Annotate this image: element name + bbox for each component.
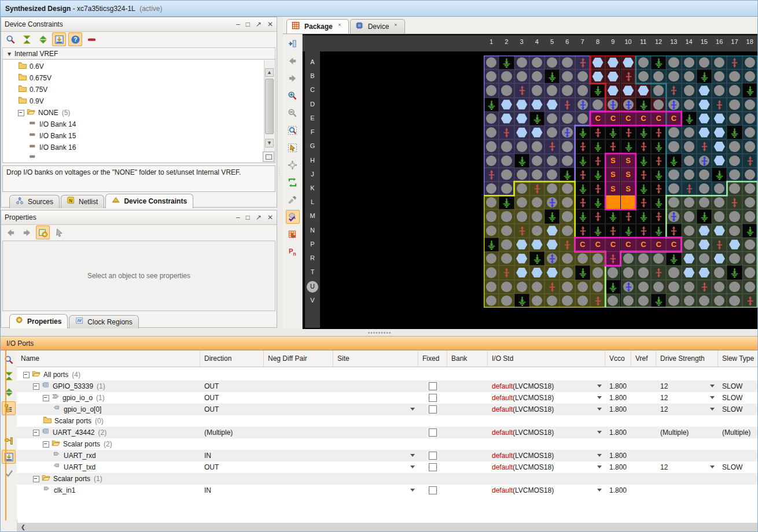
ground-pin-cell[interactable] xyxy=(697,69,712,83)
power-pin-cell[interactable] xyxy=(575,168,590,182)
package-pin-cell[interactable] xyxy=(514,209,529,223)
expander-minus-icon[interactable] xyxy=(43,441,49,448)
io-pin-cell[interactable] xyxy=(697,98,712,112)
io-port-row-uart-txd[interactable]: UART_txdOUTdefault (LVCMOS18)1.80012SLOW xyxy=(17,461,758,473)
package-pin-cell[interactable] xyxy=(651,83,666,97)
package-pin-cell[interactable] xyxy=(484,69,499,83)
fixed-checkbox[interactable] xyxy=(429,428,437,437)
ground-pin-cell[interactable] xyxy=(636,98,651,112)
io-pin-cell[interactable] xyxy=(514,265,529,279)
column-header-fixed[interactable]: Fixed xyxy=(418,350,447,367)
package-pin-cell[interactable] xyxy=(484,252,499,265)
io-pin-cell[interactable] xyxy=(605,56,620,69)
package-pin-cell[interactable] xyxy=(742,238,757,252)
fixed-checkbox[interactable] xyxy=(429,486,437,494)
ground-pin-cell[interactable] xyxy=(682,112,697,125)
package-pin-cell[interactable] xyxy=(484,112,499,125)
special-pin-cell[interactable]: S xyxy=(605,182,620,195)
close-icon[interactable]: ✕ xyxy=(267,214,273,221)
package-pin-cell[interactable] xyxy=(742,56,757,69)
package-pin-cell[interactable] xyxy=(727,182,742,195)
package-pin-cell[interactable] xyxy=(575,252,590,265)
ground-pin-cell[interactable] xyxy=(575,209,590,223)
io-pin-cell[interactable] xyxy=(697,224,712,238)
package-pin-cell[interactable] xyxy=(560,139,575,153)
package-pin-cell[interactable] xyxy=(727,154,742,168)
package-pin-cell[interactable] xyxy=(484,83,499,97)
maximize-icon[interactable]: □ xyxy=(246,214,250,221)
expander-minus-icon[interactable] xyxy=(23,372,30,378)
float-icon[interactable]: ↗ xyxy=(256,21,262,28)
package-pin-cell[interactable] xyxy=(590,265,605,279)
package-pin-cell[interactable] xyxy=(682,139,697,153)
scroll-left-icon[interactable]: ❮ xyxy=(19,523,27,531)
package-pin-cell[interactable] xyxy=(651,98,666,112)
remove-button[interactable] xyxy=(84,32,98,46)
expand-all-button[interactable] xyxy=(2,385,16,399)
clock-capable-pin-cell[interactable]: C xyxy=(666,112,681,125)
ground-pin-cell[interactable] xyxy=(666,252,681,265)
io-pin-cell[interactable] xyxy=(712,224,727,238)
special-pin-cell[interactable]: S xyxy=(605,154,620,168)
package-pin-cell[interactable] xyxy=(544,154,560,168)
power-pin-cell[interactable] xyxy=(529,182,544,195)
package-pin-cell[interactable] xyxy=(666,294,681,308)
package-pin-cell[interactable] xyxy=(529,294,544,308)
ground-pin-cell[interactable] xyxy=(621,139,636,153)
io-pin-cell[interactable] xyxy=(727,238,742,252)
horizontal-splitter[interactable]: ••••••••• xyxy=(1,329,758,336)
package-pin-cell[interactable] xyxy=(636,56,651,69)
tab-netlist[interactable]: NNetlist xyxy=(61,195,104,208)
float-icon[interactable]: ↗ xyxy=(256,214,262,221)
tree-item-none[interactable]: NONE(5) xyxy=(3,107,275,119)
package-pin-cell[interactable] xyxy=(727,168,742,182)
io-pin-cell[interactable] xyxy=(514,125,529,139)
ground-pin-cell[interactable] xyxy=(499,56,514,69)
io-pin-cell[interactable] xyxy=(605,83,620,97)
io-pin-cell[interactable] xyxy=(712,125,727,139)
package-pin-cell[interactable] xyxy=(697,56,712,69)
expander-minus-icon[interactable] xyxy=(33,383,39,390)
package-pin-cell[interactable] xyxy=(484,224,499,238)
clock-pin-cell[interactable] xyxy=(544,195,560,209)
package-pin-cell[interactable] xyxy=(727,112,742,125)
power-pin-cell[interactable] xyxy=(651,125,666,139)
package-pin-cell[interactable] xyxy=(484,125,499,139)
package-pin-cell[interactable] xyxy=(666,280,681,294)
package-pin-cell[interactable] xyxy=(499,154,514,168)
package-pin-cell[interactable] xyxy=(636,294,651,308)
fit-selection-button[interactable] xyxy=(286,158,300,172)
package-pin-cell[interactable] xyxy=(560,280,575,294)
io-pin-cell[interactable] xyxy=(590,69,605,83)
power-pin-cell[interactable] xyxy=(666,224,681,238)
ground-pin-cell[interactable] xyxy=(636,154,651,168)
drive-dropdown-icon[interactable] xyxy=(710,466,715,468)
package-pin-cell[interactable] xyxy=(484,195,499,209)
power-pin-cell[interactable] xyxy=(651,182,666,195)
package-pin-cell[interactable] xyxy=(666,139,681,153)
column-header-bank[interactable]: Bank xyxy=(447,350,488,367)
io-pin-cell[interactable] xyxy=(697,238,712,252)
help-button[interactable]: ? xyxy=(68,32,82,46)
clock-pin-cell[interactable] xyxy=(544,252,560,265)
column-header-drive-strength[interactable]: Drive Strength xyxy=(656,350,718,367)
io-pin-cell[interactable] xyxy=(712,112,727,125)
package-pin-cell[interactable] xyxy=(544,83,560,97)
power-pin-cell[interactable] xyxy=(666,83,681,97)
package-pin-cell[interactable] xyxy=(727,139,742,153)
properties-gear-button[interactable] xyxy=(36,226,50,239)
io-pin-cell[interactable] xyxy=(697,83,712,97)
package-pin-cell[interactable] xyxy=(514,139,529,153)
package-pin-cell[interactable] xyxy=(697,195,712,209)
package-pin-cell[interactable] xyxy=(560,252,575,265)
package-pin-cell[interactable] xyxy=(712,182,727,195)
select-area-button[interactable] xyxy=(286,141,300,154)
ground-pin-cell[interactable] xyxy=(697,209,712,223)
package-pin-cell[interactable] xyxy=(560,195,575,209)
package-pin-cell[interactable] xyxy=(560,294,575,308)
minimize-icon[interactable]: – xyxy=(236,214,240,221)
package-pin-cell[interactable] xyxy=(712,265,727,279)
expand-all-button[interactable] xyxy=(36,32,50,46)
minimize-icon[interactable]: – xyxy=(236,21,240,28)
ground-pin-cell[interactable] xyxy=(666,154,681,168)
